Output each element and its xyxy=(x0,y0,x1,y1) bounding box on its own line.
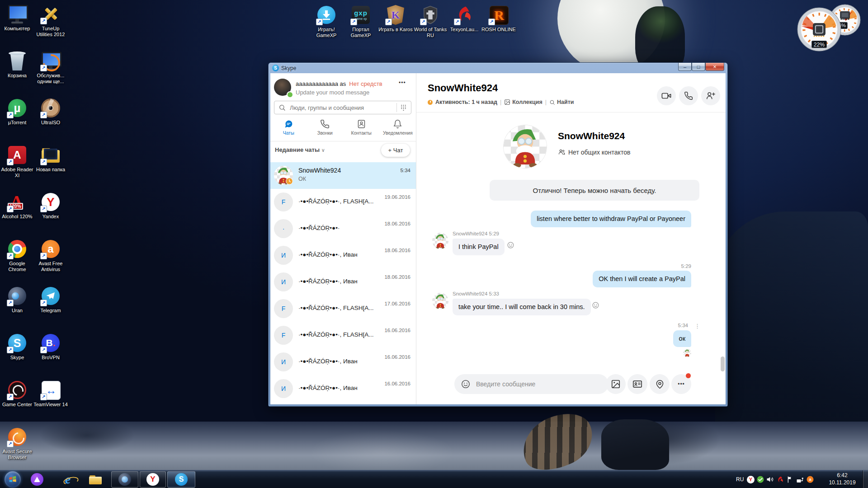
cpu-gauge-gadget[interactable]: 22% xyxy=(797,7,842,52)
send-location-button[interactable] xyxy=(650,374,670,394)
emoji-picker-icon[interactable] xyxy=(461,379,471,389)
desktop-icon-teamviewer[interactable]: ↔ ↗ TeamViewer 14 xyxy=(33,380,68,408)
tray-action-center-icon[interactable] xyxy=(785,470,795,488)
shortcut-arrow-icon: ↗ xyxy=(40,159,47,165)
tray-texyon-icon[interactable] xyxy=(775,470,785,488)
start-button[interactable] xyxy=(5,471,21,488)
taskbar-alice[interactable] xyxy=(30,472,44,487)
desktop-icon-utorrent[interactable]: µ ↗ µTorrent xyxy=(0,98,34,126)
add-people-button[interactable] xyxy=(701,86,720,105)
window-titlebar[interactable]: S Skype – □ × xyxy=(269,63,727,73)
mood-message[interactable]: Update your mood message xyxy=(296,89,369,96)
wallpaper-boots xyxy=(601,419,669,470)
desktop-icon-recycle-bin[interactable]: Корзина xyxy=(0,51,34,79)
chat-list-item-snowwhite[interactable]: SnowWhite924 ОК 5:34 xyxy=(270,162,416,189)
desktop-icon-rosh[interactable]: R ↗ ROSH ONLINE xyxy=(481,5,516,33)
desktop-icon-maintenance[interactable]: ↗ Обслужив... одним ще... xyxy=(33,51,68,84)
desktop-icon-game-center[interactable]: ↗ Game Center xyxy=(0,380,34,408)
desktop-icon-gamexp-play[interactable]: ↗ Играть! GameXP xyxy=(309,5,344,38)
desktop-icon-karos[interactable]: K ↗ Играть в Karos xyxy=(378,5,413,33)
add-reaction-button[interactable] xyxy=(507,241,514,249)
desktop-icon-ultraiso[interactable]: ↗ UltraISO xyxy=(33,98,68,126)
shortcut-arrow-icon: ↗ xyxy=(40,394,47,400)
desktop-icon-computer[interactable]: Компьютер xyxy=(0,4,34,32)
chat-list-item[interactable]: И ·•●•ŘÁZÓŖ•●•·, Иван 16.06.2016 xyxy=(270,349,416,375)
profile-menu-button[interactable]: ••• xyxy=(399,80,406,86)
adobe-reader-icon: A ↗ xyxy=(7,145,28,165)
desktop-icon-gamexp-portal[interactable]: gxpgame xp ↗ Портал GameXP xyxy=(344,5,378,38)
desktop-icon-avast[interactable]: a ↗ Avast Free Antivirus xyxy=(33,239,68,272)
desktop-icon-new-folder[interactable]: ↗ Новая папка xyxy=(33,145,68,173)
chat-list-item[interactable]: И ·•●•ŘÁZÓŖ•●•·, Иван 18.06.2016 xyxy=(270,269,416,296)
desktop-icon-chrome[interactable]: ↗ Google Chrome xyxy=(0,239,34,272)
tray-volume-icon[interactable] xyxy=(765,470,775,488)
close-button[interactable]: × xyxy=(705,63,724,71)
new-chat-button[interactable]: + Чат xyxy=(381,144,410,157)
computer-icon xyxy=(7,4,28,24)
cpu-usage-value: 22% xyxy=(814,42,825,48)
taskbar-internet-explorer[interactable]: e xyxy=(61,472,75,487)
tab-calls[interactable]: Звонки xyxy=(307,117,344,141)
taskbar-clock[interactable]: 6:42 10.11.2019 xyxy=(824,472,861,486)
tab-chats[interactable]: Чаты xyxy=(270,117,307,141)
message-menu-button[interactable]: ⋮ xyxy=(694,323,700,329)
chat-list-item[interactable]: F ·•●•ŘÁZÓŖ•●•·, FLASH[A... 17.06.2016 xyxy=(270,296,416,322)
chat-list-item[interactable]: F ·•●•ŘÁZÓŖ•●•·, FLASH[A... 16.06.2016 xyxy=(270,322,416,349)
search-input[interactable] xyxy=(289,104,396,112)
chat-avatar: И xyxy=(274,272,293,291)
message-input-bar[interactable] xyxy=(454,374,609,394)
chat-list-item[interactable]: · ·•●•ŘÁZÓŖ•●•· 18.06.2016 xyxy=(270,216,416,242)
chat-list-item[interactable]: И ·•●•ŘÁZÓŖ•●•·, Иван 18.06.2016 xyxy=(270,242,416,269)
desktop-icon-world-of-tanks[interactable]: ↗ World of Tanks RU xyxy=(413,5,448,38)
window-title: Skype xyxy=(281,65,296,71)
desktop-icon-skype[interactable]: S ↗ Skype xyxy=(0,333,34,361)
tray-network-icon[interactable] xyxy=(795,470,805,488)
desktop-icon-brovpn[interactable]: B. ↗ BroVPN xyxy=(33,333,68,361)
video-camera-icon xyxy=(661,91,671,101)
desktop-icon-alcohol[interactable]: A 120% ↗ Alcohol 120% xyxy=(0,192,34,220)
read-receipt-avatar xyxy=(683,349,691,357)
search-box[interactable] xyxy=(274,101,411,114)
send-photo-button[interactable] xyxy=(606,374,626,394)
chat-list-item[interactable]: F ·•●•ŘÁZÓŖ•●•·, FLASH[A... 19.06.2016 xyxy=(270,189,416,216)
chat-list-item[interactable]: И ·•●•ŘÁZÓŖ•●•·, Иван 16.06.2016 xyxy=(270,375,416,402)
audio-call-button[interactable] xyxy=(679,86,698,105)
show-desktop-button[interactable] xyxy=(863,470,868,488)
tray-yandex-icon[interactable]: Y xyxy=(745,470,755,488)
add-reaction-button[interactable] xyxy=(592,301,599,309)
tab-notifications[interactable]: Уведомления xyxy=(380,117,416,141)
desktop-icon-adobe-reader[interactable]: A ↗ Adobe Reader XI xyxy=(0,145,34,178)
minimize-button[interactable]: – xyxy=(678,63,692,71)
language-indicator[interactable]: RU xyxy=(734,474,745,484)
tray-avast-icon[interactable] xyxy=(805,470,815,488)
dialpad-icon[interactable] xyxy=(400,104,407,112)
tab-contacts[interactable]: Контакты xyxy=(343,117,380,141)
find-link[interactable]: Найти xyxy=(549,99,574,105)
maximize-button[interactable]: □ xyxy=(692,63,705,71)
desktop-icon-yandex[interactable]: Y ↗ Yandex xyxy=(33,192,68,220)
shortcut-arrow-icon: ↗ xyxy=(7,441,14,447)
taskbar-uran-button[interactable] xyxy=(111,471,138,488)
desktop-icon-telegram[interactable]: ↗ Telegram xyxy=(33,286,68,314)
message-input[interactable] xyxy=(475,380,602,388)
contact-avatar-large[interactable] xyxy=(504,125,547,168)
desktop-icon-texyon[interactable]: ↗ TexyonLau... xyxy=(447,5,481,33)
shortcut-arrow-icon: ↗ xyxy=(7,112,14,118)
desktop-icon-label: TexyonLau... xyxy=(447,27,481,33)
desktop-icon-tuneup[interactable]: ↗ TuneUp Utilities 2012 xyxy=(33,4,68,38)
recent-chats-header[interactable]: Недавние чаты ∨ xyxy=(275,146,325,153)
desktop-icon-uran[interactable]: ↗ Uran xyxy=(0,286,34,314)
video-call-button[interactable] xyxy=(657,86,676,105)
conversation-start-banner: Отлично! Теперь можно начать беседу. xyxy=(490,180,699,201)
desktop-icon-avast-browser[interactable]: ↗ Avast Secure Browser xyxy=(0,427,34,460)
common-contacts: Нет общих контактов xyxy=(558,148,630,156)
conversation-scrollbar[interactable] xyxy=(721,357,725,371)
maintenance-icon: ↗ xyxy=(40,51,61,71)
tray-security-check-icon[interactable] xyxy=(755,470,765,488)
shortcut-arrow-icon: ↗ xyxy=(40,206,47,212)
taskbar-explorer[interactable] xyxy=(89,472,103,487)
gallery-link[interactable]: Коллекция xyxy=(504,99,542,105)
taskbar-skype-button[interactable]: S xyxy=(167,471,195,488)
taskbar-yandex-button[interactable]: Y xyxy=(140,471,166,488)
send-contact-button[interactable] xyxy=(627,374,647,394)
